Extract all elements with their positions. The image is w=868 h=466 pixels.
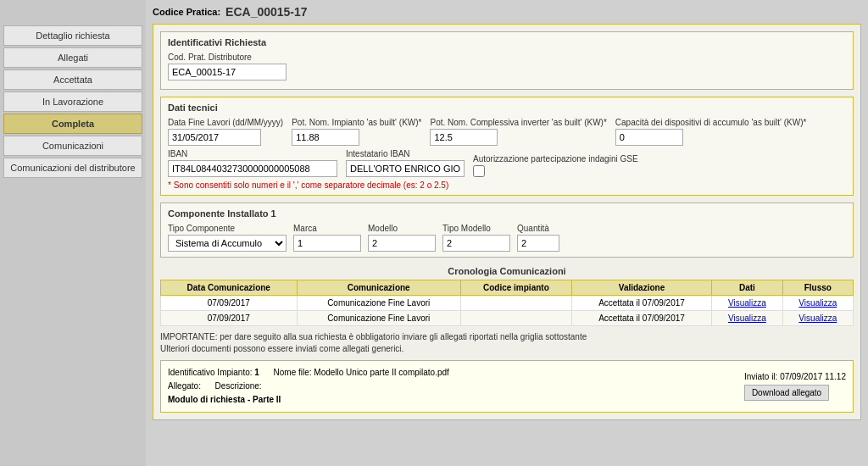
main-panel: Identificativi Richiesta Cod. Prat. Dist… <box>153 24 861 420</box>
sidebar-item-dettaglio[interactable]: Dettaglio richiesta <box>3 25 142 46</box>
intestatario-field: Intestatario IBAN <box>346 149 465 177</box>
col-comunicazione: Comunicazione <box>297 280 460 296</box>
identificativi-form-row: Cod. Prat. Distributore <box>168 53 846 80</box>
sidebar-item-in-lavorazione[interactable]: In Lavorazione <box>3 92 142 112</box>
important-note: IMPORTANTE: per dare seguito alla sua ri… <box>160 331 854 355</box>
id-impianto-value: 1 <box>254 368 259 377</box>
pot-nom-input[interactable] <box>292 129 359 146</box>
pot-nom-comp-field: Pot. Nom. Complessiva inverter 'as built… <box>430 118 606 146</box>
col-dati: Dati <box>712 280 782 296</box>
sidebar: Dettaglio richiesta Allegati Accettata I… <box>0 0 146 466</box>
tipo-modello-label: Tipo Modello <box>442 224 510 233</box>
codice-pratica-label: Codice Pratica: <box>153 7 220 17</box>
cod-prat-input[interactable] <box>168 64 287 80</box>
cod-prat-label: Cod. Prat. Distributore <box>168 53 287 62</box>
modello-label: Modello <box>368 224 436 233</box>
modulo-label: Modulo di richiesta - Parte II <box>168 395 281 404</box>
sidebar-item-comunicazioni-distributore[interactable]: Comunicazioni del distributore <box>3 158 142 178</box>
sidebar-item-allegati[interactable]: Allegati <box>3 47 142 68</box>
allegato-box: Identificativo Impianto: 1 Nome file: Mo… <box>160 360 854 413</box>
codice-pratica-bar: Codice Pratica: ECA_00015-17 <box>153 5 861 19</box>
cell-data: 07/09/2017 <box>161 311 298 326</box>
allegato-id-impianto: Identificativo Impianto: 1 Nome file: Mo… <box>168 366 449 380</box>
cod-prat-field: Cod. Prat. Distributore <box>168 53 287 80</box>
sidebar-item-comunicazioni[interactable]: Comunicazioni <box>3 136 142 156</box>
allegato-modulo: Modulo di richiesta - Parte II <box>168 393 449 407</box>
marca-input[interactable] <box>293 235 361 252</box>
flusso-link[interactable]: Visualizza <box>798 298 837 308</box>
nome-file-label: Nome file: <box>274 368 312 377</box>
cell-validazione: Accettata il 07/09/2017 <box>571 296 711 311</box>
marca-label: Marca <box>293 224 361 233</box>
table-row: 07/09/2017 Comunicazione Fine Lavori Acc… <box>161 311 854 326</box>
col-codice: Codice impianto <box>460 280 571 296</box>
modello-input[interactable] <box>368 235 436 252</box>
id-impianto-label: Identificativo Impianto: <box>168 368 253 377</box>
col-flusso: Flusso <box>782 280 853 296</box>
cell-comunicazione: Comunicazione Fine Lavori <box>297 296 460 311</box>
cronologia-label: Cronologia Comunicazioni <box>160 266 854 276</box>
tipo-comp-select[interactable]: Sistema di Accumulo <box>168 235 287 252</box>
dati-tecnici-title: Dati tecnici <box>168 103 846 113</box>
capacita-label: Capacità dei dispositivi di accumulo 'as… <box>615 118 807 127</box>
autorizzazione-label: Autorizzazione partecipazione indagini G… <box>473 154 638 164</box>
cell-validazione: Accettata il 07/09/2017 <box>571 311 711 326</box>
codice-pratica-value: ECA_00015-17 <box>225 5 308 19</box>
quantita-input[interactable] <box>517 235 559 252</box>
cronologia-table: Data Comunicazione Comunicazione Codice … <box>160 280 854 326</box>
col-validazione: Validazione <box>571 280 711 296</box>
dati-link[interactable]: Visualizza <box>728 298 766 308</box>
marca-field: Marca <box>293 224 361 252</box>
nome-file-value: Modello Unico parte II compilato.pdf <box>314 368 449 377</box>
cell-flusso[interactable]: Visualizza <box>782 296 853 311</box>
sidebar-item-accettata[interactable]: Accettata <box>3 69 142 90</box>
inviato-label: Inviato il: <box>744 372 777 381</box>
important-line1: IMPORTANTE: per dare seguito alla sua ri… <box>160 331 854 343</box>
cell-flusso[interactable]: Visualizza <box>782 311 853 326</box>
iban-label: IBAN <box>168 149 337 158</box>
cell-data: 07/09/2017 <box>161 296 298 311</box>
dati-tecnici-row1: Data Fine Lavori (dd/MM/yyyy) Pot. Nom. … <box>168 118 846 146</box>
componente-section: Componente Installato 1 Tipo Componente … <box>160 202 854 258</box>
main-content: Codice Pratica: ECA_00015-17 Identificat… <box>146 0 868 466</box>
important-line2: Ulteriori documenti possono essere invia… <box>160 343 854 355</box>
cell-dati[interactable]: Visualizza <box>712 296 782 311</box>
cell-codice <box>460 296 571 311</box>
quantita-label: Quantità <box>517 224 559 233</box>
componente-title: Componente Installato 1 <box>168 208 846 219</box>
identificativi-section: Identificativi Richiesta Cod. Prat. Dist… <box>160 31 854 90</box>
descrizione-label: Descrizione: <box>215 381 262 391</box>
allegato-label: Allegato: <box>168 381 201 391</box>
pot-nom-comp-label: Pot. Nom. Complessiva inverter 'as built… <box>430 118 606 127</box>
pot-nom-comp-input[interactable] <box>430 129 498 146</box>
iban-input[interactable] <box>168 160 337 177</box>
allegato-info: Identificativo Impianto: 1 Nome file: Mo… <box>168 366 449 407</box>
tipo-comp-field: Tipo Componente Sistema di Accumulo <box>168 224 287 252</box>
data-fine-field: Data Fine Lavori (dd/MM/yyyy) <box>168 118 283 146</box>
iban-field: IBAN <box>168 149 337 177</box>
download-button[interactable]: Download allegato <box>744 385 829 401</box>
inviato-value: 07/09/2017 11.12 <box>780 372 846 381</box>
tipo-modello-field: Tipo Modello <box>442 224 510 252</box>
cell-codice <box>460 311 571 326</box>
dati-tecnici-section: Dati tecnici Data Fine Lavori (dd/MM/yyy… <box>160 97 854 196</box>
sidebar-item-completa[interactable]: Completa <box>3 114 142 134</box>
dati-tecnici-row2: IBAN Intestatario IBAN Autorizzazione pa… <box>168 149 846 177</box>
tipo-comp-label: Tipo Componente <box>168 224 287 233</box>
autorizzazione-field: Autorizzazione partecipazione indagini G… <box>473 154 638 177</box>
cell-dati[interactable]: Visualizza <box>712 311 782 326</box>
data-fine-input[interactable] <box>168 129 261 146</box>
dati-tecnici-note: * Sono consentiti solo numeri e il ',' c… <box>168 180 846 190</box>
cell-comunicazione: Comunicazione Fine Lavori <box>297 311 460 326</box>
capacita-input[interactable] <box>615 129 683 146</box>
componente-row: Tipo Componente Sistema di Accumulo Marc… <box>168 224 846 252</box>
dati-link[interactable]: Visualizza <box>728 313 766 323</box>
data-fine-label: Data Fine Lavori (dd/MM/yyyy) <box>168 118 283 127</box>
tipo-modello-input[interactable] <box>442 235 510 252</box>
autorizzazione-checkbox[interactable] <box>473 165 485 177</box>
intestatario-label: Intestatario IBAN <box>346 149 465 158</box>
flusso-link[interactable]: Visualizza <box>798 313 837 323</box>
allegato-row2: Allegato: Descrizione: <box>168 380 449 393</box>
intestatario-input[interactable] <box>346 160 465 177</box>
inviato-info: Inviato il: 07/09/2017 11.12 <box>744 372 846 381</box>
